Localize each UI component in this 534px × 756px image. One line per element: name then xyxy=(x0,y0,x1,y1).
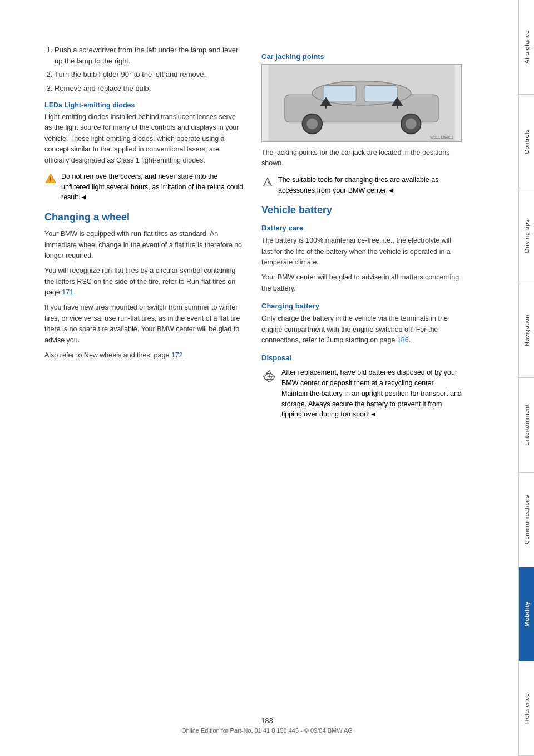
step-1: Push a screwdriver from the left under t… xyxy=(55,45,245,66)
sidebar-item-navigation[interactable]: Navigation xyxy=(519,283,534,378)
car-jacking-desc: The jacking points for the car jack are … xyxy=(261,148,462,169)
svg-text:W01112S001: W01112S001 xyxy=(430,135,453,139)
charging-battery-prefix: Only charge the battery in the vehicle v… xyxy=(261,315,448,344)
sidebar-item-mobility[interactable]: Mobility xyxy=(519,567,534,662)
page171-link[interactable]: 171 xyxy=(62,288,73,296)
warning-icon: ! xyxy=(44,173,57,185)
sidebar-label-at-a-glance: At a glance xyxy=(523,30,530,64)
battery-care-title: Battery care xyxy=(261,224,462,232)
sidebar-item-entertainment[interactable]: Entertainment xyxy=(519,378,534,473)
changing-wheel-p4-suffix: . xyxy=(183,351,185,359)
car-jacking-svg: W01112S001 xyxy=(262,65,461,141)
changing-wheel-p4-prefix: Also refer to New wheels and tires, page xyxy=(44,351,171,359)
car-jacking-image: W01112S001 xyxy=(261,64,462,142)
leds-title: LEDs Light-emitting diodes xyxy=(44,101,245,109)
disposal-text: After replacement, have old batteries di… xyxy=(281,367,462,420)
battery-care-p2: Your BMW center will be glad to advise i… xyxy=(261,272,462,294)
changing-wheel-p1: Your BMW is equipped with run-flat tires… xyxy=(44,229,245,261)
sidebar-label-navigation: Navigation xyxy=(523,315,530,346)
page-container: Push a screwdriver from the left under t… xyxy=(0,0,534,756)
sidebar-label-controls: Controls xyxy=(523,129,530,154)
sidebar-item-controls[interactable]: Controls xyxy=(519,95,534,189)
step-3: Remove and replace the bulb. xyxy=(55,83,245,94)
page-footer: 183 Online Edition for Part-No. 01 41 0 … xyxy=(0,716,534,734)
sidebar-label-entertainment: Entertainment xyxy=(523,404,530,446)
sidebar: At a glance Controls Driving tips Naviga… xyxy=(518,0,534,756)
warning-box: ! Do not remove the covers, and never st… xyxy=(44,171,245,203)
info-box: The suitable tools for changing tires ar… xyxy=(261,175,462,196)
sidebar-item-driving-tips[interactable]: Driving tips xyxy=(519,189,534,284)
sidebar-item-at-a-glance[interactable]: At a glance xyxy=(519,0,534,95)
steps-list: Push a screwdriver from the left under t… xyxy=(44,45,245,94)
svg-rect-6 xyxy=(364,85,397,102)
svg-text:!: ! xyxy=(50,176,51,182)
disposal-box: After replacement, have old batteries di… xyxy=(261,367,462,420)
warning-text: Do not remove the covers, and never star… xyxy=(61,171,245,203)
info-icon xyxy=(261,176,274,188)
svg-point-8 xyxy=(306,119,318,130)
edition-text: Online Edition for Part-No. 01 41 0 158 … xyxy=(181,727,353,734)
charging-battery-text: Only charge the battery in the vehicle v… xyxy=(261,313,462,346)
leds-text: Light-emitting diodes installed behind t… xyxy=(44,112,245,166)
step-2: Turn the bulb holder 90° to the left and… xyxy=(55,69,245,80)
svg-point-10 xyxy=(406,119,417,130)
page186-link[interactable]: 186 xyxy=(397,336,409,344)
svg-rect-5 xyxy=(323,85,356,102)
sidebar-item-reference[interactable]: Reference xyxy=(519,661,534,756)
sidebar-label-mobility: Mobility xyxy=(523,601,530,627)
sidebar-label-driving-tips: Driving tips xyxy=(523,219,530,253)
sidebar-label-communications: Communications xyxy=(523,495,530,544)
sidebar-item-communications[interactable]: Communications xyxy=(519,473,534,567)
charging-battery-title: Charging battery xyxy=(261,302,462,310)
vehicle-battery-title: Vehicle battery xyxy=(261,204,462,216)
changing-wheel-p2: You will recognize run-flat tires by a c… xyxy=(44,266,245,298)
page172-link[interactable]: 172 xyxy=(171,351,183,359)
page-number: 183 xyxy=(0,716,534,725)
right-column: Car jacking points xyxy=(261,45,462,723)
battery-care-p1: The battery is 100% maintenance-free, i.… xyxy=(261,235,462,268)
disposal-title: Disposal xyxy=(261,354,462,362)
changing-wheel-p4: Also refer to New wheels and tires, page… xyxy=(44,350,245,361)
main-content: Push a screwdriver from the left under t… xyxy=(0,0,518,756)
changing-wheel-title: Changing a wheel xyxy=(44,212,245,223)
charging-battery-suffix: . xyxy=(409,336,411,344)
info-text: The suitable tools for changing tires ar… xyxy=(278,175,462,196)
svg-marker-16 xyxy=(264,178,272,186)
recycle-icon xyxy=(261,369,277,384)
car-jacking-title: Car jacking points xyxy=(261,52,462,61)
left-column: Push a screwdriver from the left under t… xyxy=(44,45,245,723)
changing-wheel-p3: If you have new tires mounted or switch … xyxy=(44,302,245,346)
